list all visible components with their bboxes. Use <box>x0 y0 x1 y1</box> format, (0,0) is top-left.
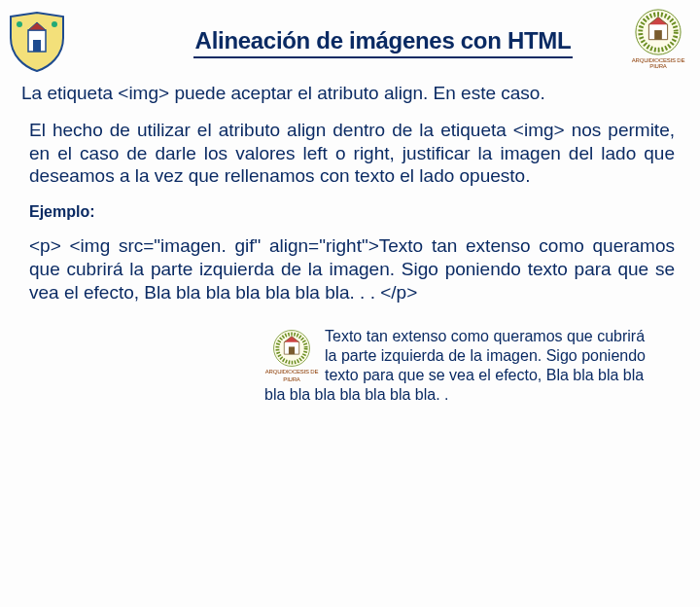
svg-rect-1 <box>33 40 41 52</box>
svg-rect-9 <box>289 347 295 355</box>
example-rendered-output: ARQUIDIOCESIS DE PIURA Texto tan extenso… <box>264 327 653 405</box>
intro-paragraph: La etiqueta <img> puede aceptar el atrib… <box>21 82 679 105</box>
example-code: <p> <img src="imagen. gif" align="right"… <box>21 234 679 304</box>
slide-header: Alineación de imágenes con HTML ARQUIDIO… <box>0 0 700 78</box>
demo-crest-caption: ARQUIDIOCESIS DE PIURA <box>264 369 319 383</box>
explanation-paragraph: El hecho de utilizar el atributo align d… <box>21 119 679 188</box>
demo-text: Texto tan extenso como queramos que cubr… <box>264 328 646 403</box>
svg-point-2 <box>17 21 22 27</box>
university-shield-icon <box>4 9 70 75</box>
svg-rect-6 <box>654 30 662 40</box>
title-container: Alineación de imágenes con HTML <box>76 25 690 58</box>
example-label: Ejemplo: <box>21 203 679 221</box>
svg-point-3 <box>52 21 57 27</box>
archdiocese-crest-icon: ARQUIDIOCESIS DE PIURA <box>626 6 690 70</box>
crest-caption: ARQUIDIOCESIS DE PIURA <box>626 57 690 69</box>
slide-body: La etiqueta <img> puede aceptar el atrib… <box>0 78 700 405</box>
archdiocese-crest-icon: ARQUIDIOCESIS DE PIURA <box>264 329 319 383</box>
page-title: Alineación de imágenes con HTML <box>193 25 574 58</box>
